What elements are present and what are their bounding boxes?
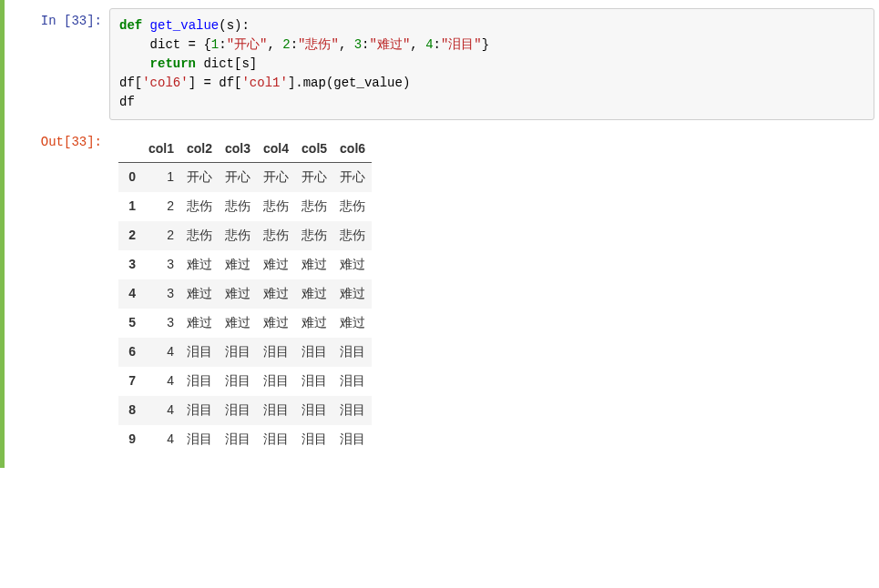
- cell: 泪目: [333, 338, 372, 367]
- colon4: :: [434, 37, 441, 52]
- keyword-def: def: [119, 18, 142, 33]
- table-row: 43难过难过难过难过难过: [118, 279, 372, 309]
- cell: 悲伤: [219, 192, 257, 221]
- line4-mid: ] = df[: [189, 76, 242, 90]
- table-header-row: col1 col2 col3 col4 col5 col6: [118, 135, 372, 163]
- cell: 难过: [219, 279, 257, 309]
- return-expr: dict[s]: [196, 56, 257, 71]
- output-area: col1 col2 col3 col4 col5 col6 01开心开心开心开心…: [109, 129, 874, 460]
- cell: 4: [142, 338, 180, 367]
- header-col3: col3: [219, 135, 257, 163]
- brace-close: }: [482, 37, 489, 52]
- cell: 泪目: [257, 338, 295, 367]
- input-prompt: In [33]:: [5, 8, 109, 120]
- paren-open: (: [219, 18, 226, 33]
- code-input-area[interactable]: def get_value(s): dict = {1:"开心", 2:"悲伤"…: [109, 8, 874, 120]
- cell: 4: [142, 425, 180, 454]
- row-idx: 8: [118, 396, 142, 425]
- cell: 开心: [180, 163, 219, 193]
- cell: 泪目: [295, 367, 333, 396]
- header-col4: col4: [257, 135, 295, 163]
- cell: 悲伤: [180, 192, 219, 221]
- cell: 3: [142, 279, 180, 309]
- line4-tail: ].map(get_value): [288, 76, 410, 90]
- cell: 悲伤: [295, 192, 333, 221]
- cell: 难过: [295, 279, 333, 309]
- table-row: 53难过难过难过难过难过: [118, 309, 372, 338]
- cell: 开心: [333, 163, 372, 193]
- str-col6: 'col6': [142, 76, 188, 90]
- cell: 3: [142, 250, 180, 279]
- cell: 难过: [180, 309, 219, 338]
- cell: 难过: [257, 250, 295, 279]
- row-idx: 5: [118, 309, 142, 338]
- cell: 难过: [257, 279, 295, 309]
- line5-df: df: [119, 95, 135, 109]
- cell: 悲伤: [295, 221, 333, 250]
- cell: 泪目: [219, 338, 257, 367]
- header-col2: col2: [180, 135, 219, 163]
- str-nanguo: "难过": [370, 37, 411, 52]
- cell: 难过: [333, 250, 372, 279]
- cell: 泪目: [219, 367, 257, 396]
- cell: 2: [142, 221, 180, 250]
- cell: 泪目: [180, 396, 219, 425]
- cell: 3: [142, 309, 180, 338]
- row-idx: 1: [118, 192, 142, 221]
- cell: 难过: [333, 279, 372, 309]
- dataframe-table: col1 col2 col3 col4 col5 col6 01开心开心开心开心…: [118, 135, 372, 454]
- row-idx: 6: [118, 338, 142, 367]
- cell: 难过: [257, 309, 295, 338]
- cell: 2: [142, 192, 180, 221]
- row-idx: 0: [118, 163, 142, 193]
- sep2: ,: [339, 37, 354, 52]
- table-row: 64泪目泪目泪目泪目泪目: [118, 338, 372, 367]
- table-row: 12悲伤悲伤悲伤悲伤悲伤: [118, 192, 372, 221]
- cell: 泪目: [257, 367, 295, 396]
- row-idx: 3: [118, 250, 142, 279]
- cell: 难过: [295, 250, 333, 279]
- table-row: 84泪目泪目泪目泪目泪目: [118, 396, 372, 425]
- cell: 悲伤: [257, 221, 295, 250]
- cell: 泪目: [333, 396, 372, 425]
- func-name: get_value: [142, 18, 219, 33]
- sep1: ,: [267, 37, 282, 52]
- table-row: 74泪目泪目泪目泪目泪目: [118, 367, 372, 396]
- num-2: 2: [282, 37, 290, 52]
- keyword-return: return: [119, 56, 196, 71]
- cell: 悲伤: [257, 192, 295, 221]
- cell: 4: [142, 396, 180, 425]
- cell: 难过: [219, 250, 257, 279]
- num-4: 4: [425, 37, 433, 52]
- line4-pre: df[: [119, 76, 142, 90]
- input-cell: In [33]: def get_value(s): dict = {1:"开心…: [5, 4, 879, 125]
- cell: 难过: [295, 309, 333, 338]
- cell: 泪目: [257, 425, 295, 454]
- cell: 开心: [295, 163, 333, 193]
- table-row: 33难过难过难过难过难过: [118, 250, 372, 279]
- header-col1: col1: [142, 135, 180, 163]
- cell: 悲伤: [333, 221, 372, 250]
- header-col5: col5: [295, 135, 333, 163]
- str-col1: 'col1': [241, 76, 287, 90]
- cell: 泪目: [257, 396, 295, 425]
- str-beishang: "悲伤": [298, 37, 339, 52]
- output-cell: Out[33]: col1 col2 col3 col4 col5 col6 0…: [5, 125, 879, 464]
- cell: 难过: [180, 250, 219, 279]
- table-row: 22悲伤悲伤悲伤悲伤悲伤: [118, 221, 372, 250]
- colon: :: [241, 18, 249, 33]
- cell: 开心: [257, 163, 295, 193]
- str-kaixing: "开心": [227, 37, 268, 52]
- colon3: :: [362, 37, 369, 52]
- str-leimu: "泪目": [441, 37, 482, 52]
- cell: 泪目: [295, 396, 333, 425]
- cell: 泪目: [219, 425, 257, 454]
- cell: 泪目: [180, 367, 219, 396]
- row-idx: 2: [118, 221, 142, 250]
- row-idx: 7: [118, 367, 142, 396]
- row-idx: 9: [118, 425, 142, 454]
- cell: 4: [142, 367, 180, 396]
- cell: 泪目: [333, 425, 372, 454]
- row-idx: 4: [118, 279, 142, 309]
- table-row: 01开心开心开心开心开心: [118, 163, 372, 193]
